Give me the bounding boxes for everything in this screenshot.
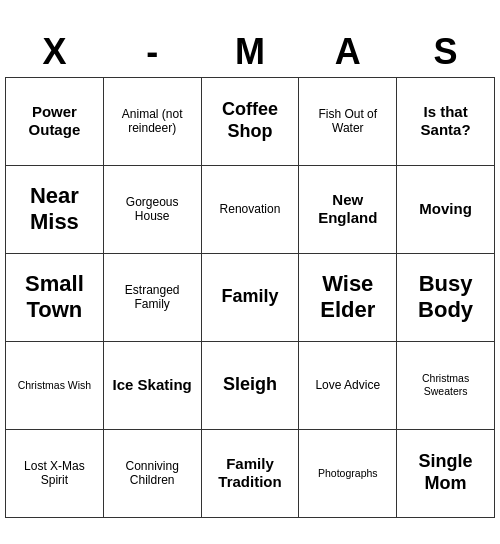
bingo-cell-3-1: Ice Skating [103,341,201,429]
bingo-cell-1-2: Renovation [201,165,299,253]
bingo-cell-4-0: Lost X-Mas Spirit [6,429,104,517]
header-letter-m: M [201,27,299,78]
bingo-cell-1-4: Moving [397,165,495,253]
bingo-cell-0-3: Fish Out of Water [299,77,397,165]
bingo-card: X-MAS Power OutageAnimal (not reindeer)C… [5,27,495,518]
bingo-cell-3-2: Sleigh [201,341,299,429]
bingo-cell-1-1: Gorgeous House [103,165,201,253]
bingo-cell-2-3: Wise Elder [299,253,397,341]
bingo-cell-2-0: Small Town [6,253,104,341]
bingo-cell-4-2: Family Tradition [201,429,299,517]
header-row: X-MAS [6,27,495,78]
bingo-cell-0-2: Coffee Shop [201,77,299,165]
bingo-cell-4-4: Single Mom [397,429,495,517]
header-letter-x: X [6,27,104,78]
bingo-cell-1-0: Near Miss [6,165,104,253]
bingo-cell-3-4: Christmas Sweaters [397,341,495,429]
bingo-cell-3-0: Christmas Wish [6,341,104,429]
bingo-cell-2-2: Family [201,253,299,341]
bingo-cell-0-1: Animal (not reindeer) [103,77,201,165]
bingo-cell-2-4: Busy Body [397,253,495,341]
bingo-cell-1-3: New England [299,165,397,253]
bingo-row-4: Lost X-Mas SpiritConniving ChildrenFamil… [6,429,495,517]
bingo-cell-3-3: Love Advice [299,341,397,429]
header-letter-s: S [397,27,495,78]
bingo-row-2: Small TownEstranged FamilyFamilyWise Eld… [6,253,495,341]
bingo-cell-0-4: Is that Santa? [397,77,495,165]
header-letter--: - [103,27,201,78]
header-letter-a: A [299,27,397,78]
bingo-cell-0-0: Power Outage [6,77,104,165]
bingo-row-1: Near MissGorgeous HouseRenovationNew Eng… [6,165,495,253]
bingo-row-3: Christmas WishIce SkatingSleighLove Advi… [6,341,495,429]
bingo-cell-4-3: Photographs [299,429,397,517]
bingo-cell-2-1: Estranged Family [103,253,201,341]
bingo-row-0: Power OutageAnimal (not reindeer)Coffee … [6,77,495,165]
bingo-cell-4-1: Conniving Children [103,429,201,517]
